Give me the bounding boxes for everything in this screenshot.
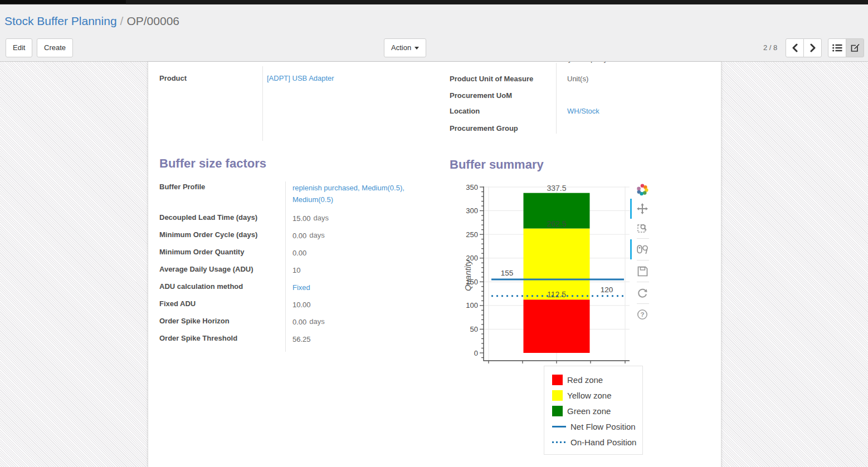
- legend-item-net-flow[interactable]: Net Flow Position: [552, 419, 642, 434]
- yellow-swatch-icon: [552, 390, 563, 401]
- form-background: My Company Product [ADPT] USB Adapter Pr…: [0, 62, 868, 467]
- box-zoom-glyph: [637, 223, 647, 233]
- buffer-size-factors-title: Buffer size factors: [159, 156, 266, 171]
- separator-product-group: [262, 66, 263, 141]
- product-field-row: Product [ADPT] USB Adapter: [159, 74, 334, 82]
- adu-method-value-link[interactable]: Fixed: [292, 283, 310, 292]
- field-row: Location WH/Stock: [450, 107, 717, 124]
- form-view-button[interactable]: [846, 38, 864, 57]
- company-value-clipped: My Company: [562, 62, 640, 65]
- chart-legend: Red zone Yellow zone Green zone Net Flow…: [544, 366, 643, 455]
- breadcrumb-current: OP/00006: [126, 14, 179, 27]
- fixed-adu-label: Fixed ADU: [159, 299, 285, 308]
- svg-text:120: 120: [601, 286, 613, 294]
- stock-buffer-planning-page: Stock Buffer Planning/OP/00006 Edit Crea…: [0, 0, 868, 467]
- min-order-cycle-label: Minimum Order Cycle (days): [159, 230, 285, 239]
- decoupled-lead-time-suffix: days: [314, 214, 329, 222]
- pager-buttons: [786, 38, 822, 57]
- help-glyph: ?: [637, 309, 648, 320]
- product-info-group: Product Unit of Measure Unit(s) Procurem…: [450, 75, 717, 141]
- solid-line-swatch-icon: [552, 426, 566, 427]
- adu-label: Average Daily Usage (ADU): [159, 264, 285, 273]
- action-label: Action: [391, 43, 411, 52]
- buffer-profile-value-link[interactable]: replenish purchased, Medium(0.5), Medium…: [292, 184, 404, 204]
- help-icon[interactable]: ?: [634, 307, 651, 322]
- create-button[interactable]: Create: [37, 38, 73, 57]
- legend-item-on-hand[interactable]: On-Hand Position: [552, 434, 642, 450]
- edit-button[interactable]: Edit: [6, 38, 32, 57]
- decoupled-lead-time-label: Decoupled Lead Time (days): [159, 213, 285, 222]
- location-field-label: Location: [450, 107, 562, 124]
- procurement-group-field-label: Procurement Group: [450, 124, 562, 141]
- breadcrumb: Stock Buffer Planning/OP/00006: [4, 14, 179, 28]
- plotly-logo-icon[interactable]: [634, 182, 651, 198]
- field-row: Order Spike Horizon 0.00days: [159, 316, 433, 333]
- green-swatch-icon: [552, 406, 563, 416]
- hover-compare-icon[interactable]: [634, 242, 651, 257]
- field-row: Fixed ADU 10.00: [159, 299, 433, 316]
- legend-item-red-zone[interactable]: Red zone: [552, 372, 642, 387]
- separator-info-group: [556, 63, 557, 134]
- action-dropdown-button[interactable]: Action: [384, 38, 426, 57]
- adu-method-label: ADU calculation method: [159, 282, 285, 291]
- pager-previous-button[interactable]: [786, 38, 804, 57]
- modebar-divider: [637, 238, 649, 239]
- chevron-right-icon: [809, 43, 817, 52]
- chevron-left-icon: [791, 43, 799, 52]
- svg-text:Quantity: Quantity: [464, 259, 472, 291]
- top-navbar-edge: [0, 0, 868, 4]
- fixed-adu-value: 10.00: [292, 301, 311, 309]
- location-field-value-link[interactable]: WH/Stock: [562, 107, 599, 124]
- field-row: Average Daily Usage (ADU) 10: [159, 264, 433, 282]
- field-row: Product Unit of Measure Unit(s): [450, 75, 717, 91]
- top-navbar-menu-segment: [0, 0, 126, 4]
- pan-icon[interactable]: [634, 201, 651, 217]
- plotly-logo-glyph: [636, 183, 649, 196]
- modebar-divider: [637, 303, 649, 304]
- pan-glyph: [637, 203, 648, 214]
- modebar-active-indicator: [630, 199, 632, 219]
- order-spike-threshold-label: Order Spike Threshold: [159, 333, 285, 342]
- uom-field-label: Product Unit of Measure: [450, 75, 562, 91]
- breadcrumb-parent-link[interactable]: Stock Buffer Planning: [4, 14, 117, 27]
- reset-axes-icon[interactable]: [634, 285, 651, 301]
- list-view-icon: [832, 44, 842, 52]
- svg-text:50: 50: [470, 325, 478, 333]
- box-zoom-icon[interactable]: [634, 220, 651, 235]
- min-order-quantity-value: 0.00: [292, 249, 306, 257]
- legend-item-yellow-zone[interactable]: Yellow zone: [552, 387, 642, 403]
- view-switcher: [828, 38, 864, 57]
- buffer-summary-chart: 155120112.5262.5337.50501001502002503003…: [464, 181, 653, 366]
- adu-value: 10: [292, 266, 300, 274]
- reset-axes-glyph: [637, 287, 648, 298]
- uom-field-value: Unit(s): [562, 75, 588, 91]
- svg-text:155: 155: [501, 269, 514, 277]
- svg-text:262.5: 262.5: [547, 219, 566, 228]
- control-panel: Stock Buffer Planning/OP/00006 Edit Crea…: [0, 4, 868, 62]
- pager-counter: 2 / 8: [763, 38, 777, 57]
- buffer-profile-label: Buffer Profile: [159, 182, 285, 191]
- modebar-divider: [637, 260, 649, 260]
- list-view-button[interactable]: [828, 38, 846, 57]
- svg-text:112.5: 112.5: [547, 290, 566, 299]
- pager-next-button[interactable]: [803, 38, 822, 57]
- decoupled-lead-time-value: 15.00: [292, 214, 311, 223]
- legend-item-green-zone[interactable]: Green zone: [552, 403, 642, 419]
- red-swatch-icon: [552, 375, 563, 385]
- field-row: Minimum Order Cycle (days) 0.00days: [159, 230, 433, 247]
- product-field-value-link[interactable]: [ADPT] USB Adapter: [262, 74, 334, 82]
- order-spike-horizon-label: Order Spike Horizon: [159, 316, 285, 325]
- save-icon[interactable]: [634, 263, 651, 279]
- field-row: Procurement Group: [450, 124, 717, 141]
- form-sheet: My Company Product [ADPT] USB Adapter Pr…: [148, 62, 721, 467]
- svg-text:100: 100: [466, 301, 478, 309]
- breadcrumb-separator: /: [117, 14, 127, 27]
- procurement-group-field-value: [562, 124, 567, 141]
- buffer-factors-group: Buffer Profile replenish purchased, Medi…: [159, 182, 433, 351]
- svg-text:?: ?: [640, 311, 644, 318]
- svg-text:0: 0: [474, 349, 478, 357]
- save-glyph: [637, 266, 648, 277]
- min-order-quantity-label: Minimum Order Quantity: [159, 247, 285, 256]
- field-row: Buffer Profile replenish purchased, Medi…: [159, 182, 433, 213]
- field-row: Decoupled Lead Time (days) 15.00days: [159, 213, 433, 230]
